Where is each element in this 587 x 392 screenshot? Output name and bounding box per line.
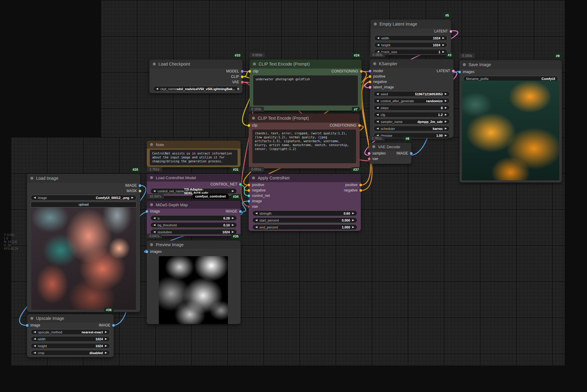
latent-port-icon[interactable] (452, 70, 455, 72)
prompt-textarea[interactable]: (hands), text, error, cropped, (worst qu… (252, 130, 356, 163)
decrement-icon[interactable]: ◀ (377, 42, 379, 47)
widget-ckpt-name[interactable]: ◀ckpt_namesdxl_realvisxlV50_v50Lightning… (153, 86, 239, 92)
widget-bg-threshold[interactable]: ◀bg_threshold0.10▶ (150, 222, 237, 228)
widget-control-net-name[interactable]: ◀control_net_nameT2I-Adapter-SDXL.fp16.s… (150, 188, 237, 194)
decrement-icon[interactable]: ◀ (255, 225, 257, 230)
input-positive[interactable]: positive (251, 183, 264, 187)
decrement-icon[interactable]: ◀ (376, 98, 379, 103)
widget-resolution[interactable]: ◀resolution1024▶ (150, 229, 237, 235)
latent-port-icon[interactable] (368, 152, 370, 155)
node-clip-text-encode-negative[interactable]: 0.150s #7 CLIP Text Encode (Prompt) clip… (249, 114, 360, 168)
node-apply-controlnet[interactable]: 0.001s #37 Apply ControlNet positive pos… (249, 174, 361, 231)
collapse-dot-icon[interactable] (153, 63, 156, 66)
collapse-dot-icon[interactable] (463, 63, 466, 66)
decrement-icon[interactable]: ◀ (376, 119, 379, 124)
image-port-icon[interactable] (410, 152, 413, 155)
conditioning-port-icon[interactable] (247, 184, 250, 186)
widget-a[interactable]: ◀a6.28▶ (150, 215, 237, 221)
node-empty-latent-image[interactable]: #5 Empty Latent Image LATENT ◀width1024▶… (370, 20, 451, 55)
increment-icon[interactable]: ▶ (445, 126, 447, 131)
decrement-icon[interactable]: ◀ (34, 350, 36, 355)
output-mask[interactable]: MASK (127, 189, 137, 193)
widget-height[interactable]: ◀height1024▶ (374, 42, 447, 48)
input-positive[interactable]: positive (373, 74, 386, 78)
decrement-icon[interactable]: ◀ (153, 188, 155, 194)
output-conditioning[interactable]: CONDITIONING (331, 69, 359, 73)
decrement-icon[interactable]: ◀ (377, 35, 379, 41)
node-title-bar[interactable]: MiDaS Depth Map (147, 201, 241, 209)
image-port-icon[interactable] (146, 250, 148, 253)
image-port-icon[interactable] (239, 210, 242, 213)
decrement-icon[interactable]: ◀ (156, 86, 158, 91)
decrement-icon[interactable]: ◀ (153, 216, 155, 221)
conditioning-port-icon[interactable] (247, 189, 250, 192)
increment-icon[interactable]: ▶ (442, 35, 444, 41)
widget-width[interactable]: ◀width1024▶ (31, 336, 110, 342)
increment-icon[interactable]: ▶ (442, 42, 444, 47)
collapse-dot-icon[interactable] (150, 243, 153, 246)
input-clip[interactable]: clip (251, 123, 257, 127)
vae-port-icon[interactable] (368, 158, 370, 160)
increment-icon[interactable]: ▶ (445, 91, 447, 96)
node-title-bar[interactable]: Empty Latent Image (370, 20, 451, 29)
increment-icon[interactable]: ▶ (445, 105, 447, 110)
widget-start-percent[interactable]: ◀start_percent0.000▶ (252, 217, 357, 223)
node-midas-depth-map[interactable]: 10.347s comfyui_controlnet #34 MiDaS Dep… (147, 201, 241, 236)
increment-icon[interactable]: ▶ (445, 133, 447, 138)
collapse-dot-icon[interactable] (253, 63, 256, 66)
collapse-dot-icon[interactable] (252, 176, 255, 179)
decrement-icon[interactable]: ◀ (34, 195, 36, 200)
clip-port-icon[interactable] (248, 70, 251, 73)
image-port-icon[interactable] (139, 184, 141, 187)
decrement-icon[interactable]: ◀ (34, 336, 36, 341)
input-images[interactable]: images (149, 250, 162, 254)
node-clip-text-encode-positive[interactable]: 0.059s #24 CLIP Text Encode (Prompt) cli… (250, 60, 361, 111)
collapse-dot-icon[interactable] (372, 145, 375, 148)
input-image[interactable]: image (251, 199, 262, 203)
increment-icon[interactable]: ▶ (352, 211, 354, 216)
model-port-icon[interactable] (241, 70, 244, 73)
input-image[interactable]: image (149, 209, 160, 213)
increment-icon[interactable]: ▶ (105, 336, 107, 341)
node-note[interactable]: Note ControlNet assists us in extract in… (147, 141, 241, 167)
input-vae[interactable]: vae (372, 157, 378, 161)
increment-icon[interactable]: ▶ (105, 343, 107, 348)
increment-icon[interactable]: ▶ (352, 225, 354, 230)
note-text[interactable]: ControlNet assists us in extract informa… (150, 150, 238, 165)
widget-sampler-name[interactable]: ◀sampler_namedpmpp_2m_sde▶ (373, 119, 450, 124)
collapse-dot-icon[interactable] (150, 176, 153, 179)
input-vae[interactable]: vae (251, 204, 258, 209)
increment-icon[interactable]: ▶ (105, 329, 107, 335)
increment-icon[interactable]: ▶ (131, 195, 134, 200)
upload-button[interactable]: upload (31, 202, 137, 207)
widget-control-after-generate[interactable]: ◀control_after_generaterandomize▶ (373, 98, 450, 104)
node-upscale-image[interactable]: #36 Upscale Image image IMAGE ◀upscale_m… (27, 314, 114, 357)
mask-port-icon[interactable] (139, 190, 141, 192)
widget-crop[interactable]: ◀cropdisabled▶ (31, 350, 110, 356)
output-image[interactable]: IMAGE (226, 209, 238, 213)
conditioning-port-icon[interactable] (369, 81, 371, 83)
image-port-icon[interactable] (458, 71, 461, 73)
increment-icon[interactable]: ▶ (237, 86, 239, 91)
node-title-bar[interactable]: VAE Decode (369, 143, 411, 151)
output-model[interactable]: MODEL (226, 69, 240, 73)
input-images[interactable]: images (462, 70, 475, 74)
widget-steps[interactable]: ◀steps8▶ (373, 105, 450, 111)
widget-seed[interactable]: ◀seed519671216053053▶ (373, 91, 450, 97)
decrement-icon[interactable]: ◀ (153, 222, 155, 228)
input-latent-image[interactable]: latent_image (373, 85, 394, 89)
increment-icon[interactable]: ▶ (232, 216, 234, 221)
node-preview-image[interactable]: 0.047s #35 Preview Image images (147, 240, 241, 324)
vae-port-icon[interactable] (241, 81, 244, 84)
increment-icon[interactable]: ▶ (442, 49, 444, 54)
input-samples[interactable]: samples (372, 151, 386, 155)
increment-icon[interactable]: ▶ (232, 188, 234, 194)
image-port-icon[interactable] (26, 324, 29, 327)
collapse-dot-icon[interactable] (30, 177, 33, 180)
output-clip[interactable]: CLIP (231, 75, 240, 79)
collapse-dot-icon[interactable] (373, 62, 376, 65)
image-port-icon[interactable] (112, 324, 115, 327)
image-port-icon[interactable] (247, 200, 250, 203)
node-title-bar[interactable]: Apply ControlNet (249, 174, 361, 182)
model-port-icon[interactable] (369, 70, 371, 72)
